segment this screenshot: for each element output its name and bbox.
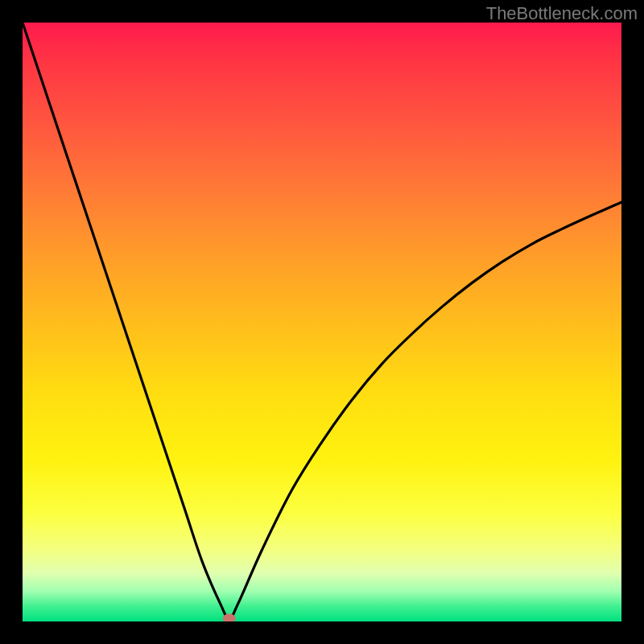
chart-frame: TheBottleneck.com — [0, 0, 644, 644]
bottleneck-curve — [23, 23, 621, 618]
watermark-text: TheBottleneck.com — [486, 3, 638, 24]
plot-area — [23, 23, 621, 621]
chart-svg — [23, 23, 621, 621]
